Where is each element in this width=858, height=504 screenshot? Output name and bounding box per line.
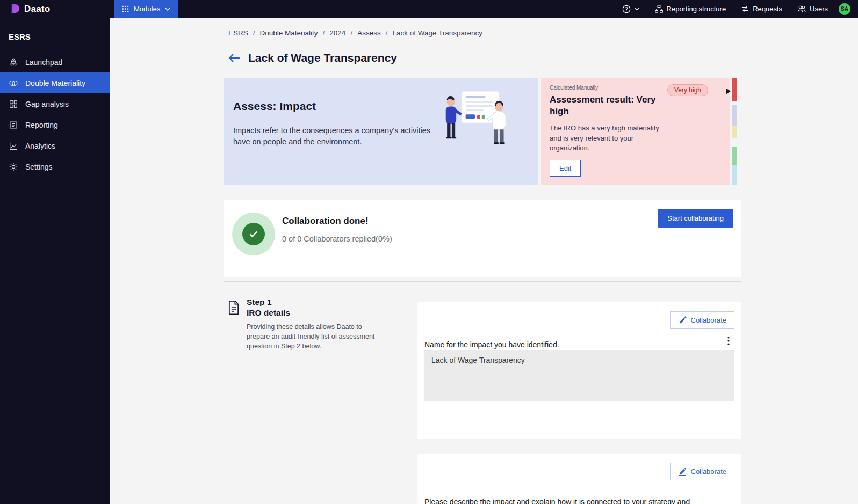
step-number: Step 1	[247, 297, 272, 307]
severity-seg-yellow	[732, 126, 737, 138]
iro-name-card: Collaborate Name for the impact you have…	[417, 302, 741, 439]
step-description: Providing these details allows Daato to …	[247, 322, 382, 351]
collaborate-button[interactable]: Collaborate	[670, 311, 735, 329]
hierarchy-icon	[655, 5, 663, 13]
severity-seg-blue	[732, 165, 737, 185]
collaboration-subtitle: 0 of 0 Collaborators replied(0%)	[282, 235, 392, 243]
main-content: ESRS / Double Materiality / 2024 / Asses…	[110, 18, 858, 504]
topbar-right: Reporting structure Requests Users SA	[615, 0, 858, 18]
sidebar-item-label: Reporting	[25, 121, 58, 129]
document-lines-icon	[227, 300, 240, 315]
breadcrumb: ESRS / Double Materiality / 2024 / Asses…	[228, 29, 482, 37]
sidebar-item-gap-analysis[interactable]: Gap analysis	[0, 93, 110, 114]
breadcrumb-separator: /	[350, 29, 352, 37]
severity-badge: Very high	[667, 84, 708, 96]
sidebar: ESRS Launchpad Double Materiality	[0, 18, 110, 504]
reporting-structure-label: Reporting structure	[667, 5, 726, 13]
sidebar-item-label: Analytics	[25, 142, 55, 150]
success-circle	[232, 213, 275, 255]
exchange-arrows-icon	[741, 5, 749, 13]
pencil-icon	[679, 316, 687, 324]
overflow-menu-button[interactable]	[725, 334, 732, 347]
collaborate-label: Collaborate	[691, 468, 727, 476]
iro-description-label: Please describe the impact and explain h…	[424, 497, 732, 504]
breadcrumb-separator: /	[323, 29, 325, 37]
users-label: Users	[810, 5, 828, 13]
rocket-icon	[9, 57, 18, 67]
breadcrumb-separator: /	[386, 29, 388, 37]
question-circle-icon	[622, 5, 631, 13]
sidebar-item-label: Launchpad	[25, 58, 62, 67]
breadcrumb-assess[interactable]: Assess	[357, 29, 381, 37]
requests-label: Requests	[753, 5, 782, 13]
result-title: Assessment result: Very high	[550, 94, 676, 118]
sidebar-item-analytics[interactable]: Analytics	[0, 135, 110, 156]
sidebar-item-reporting[interactable]: Reporting	[0, 114, 110, 135]
modules-label: Modules	[134, 5, 160, 13]
iro-name-input[interactable]: Lack of Wage Transparency	[424, 350, 734, 401]
collaborate-button[interactable]: Collaborate	[670, 463, 735, 480]
people-documents-illustration	[441, 86, 514, 149]
venn-circles-icon	[9, 78, 18, 88]
sidebar-item-label: Settings	[25, 163, 53, 171]
assess-card-description: Impacts refer to the consequences a comp…	[233, 125, 443, 148]
section-divider	[224, 281, 741, 282]
breadcrumb-2024[interactable]: 2024	[329, 29, 345, 37]
edit-button[interactable]: Edit	[550, 160, 581, 177]
severity-scale-strip	[732, 78, 737, 185]
users-button[interactable]: Users	[790, 0, 835, 18]
requests-button[interactable]: Requests	[733, 0, 790, 18]
sidebar-section-title: ESRS	[0, 18, 110, 52]
reporting-structure-button[interactable]: Reporting structure	[647, 0, 734, 18]
collaboration-card: Collaboration done! 0 of 0 Collaborators…	[224, 200, 741, 277]
breadcrumb-esrs[interactable]: ESRS	[228, 29, 248, 37]
result-description: The IRO has a very high materiality and …	[550, 123, 667, 153]
iro-description-card: Collaborate Please describe the impact a…	[417, 454, 741, 504]
step-title: IRO details	[247, 308, 290, 318]
grid-dots-icon	[122, 5, 129, 12]
severity-seg-red	[732, 78, 737, 101]
daato-logo-icon	[10, 4, 20, 14]
start-collaborating-button[interactable]: Start collaborating	[658, 209, 733, 228]
sidebar-item-double-materiality[interactable]: Double Materiality	[0, 72, 110, 93]
arrow-left-icon	[228, 53, 240, 63]
sidebar-item-settings[interactable]: Settings	[0, 156, 110, 177]
help-menu-button[interactable]	[615, 0, 647, 18]
two-people-icon	[797, 5, 806, 13]
brand-name: Daato	[24, 4, 50, 14]
severity-seg-green	[732, 147, 737, 165]
gear-icon	[9, 162, 18, 172]
severity-seg-purple	[732, 105, 737, 126]
title-row: Lack of Wage Transparency	[228, 52, 397, 64]
sidebar-item-launchpad[interactable]: Launchpad	[0, 52, 110, 72]
pencil-icon	[679, 468, 687, 476]
checkmark-icon	[242, 223, 265, 245]
app-window: Daato Modules	[0, 0, 858, 504]
breadcrumb-current: Lack of Wage Transparency	[392, 29, 482, 37]
avatar[interactable]: SA	[839, 3, 850, 15]
breadcrumb-double-materiality[interactable]: Double Materiality	[260, 29, 318, 37]
document-icon	[9, 120, 18, 130]
expand-panel-button[interactable]	[726, 88, 731, 94]
collaborate-label: Collaborate	[691, 316, 727, 324]
assess-impact-card: Assess: Impact Impacts refer to the cons…	[224, 78, 538, 185]
brand: Daato	[0, 4, 110, 14]
iro-name-label: Name for the impact you have identified.	[424, 340, 559, 349]
grid-icon	[9, 99, 18, 109]
line-chart-icon	[9, 141, 18, 151]
assessment-result-card: Calculated Manually Very high Assessment…	[541, 78, 730, 185]
breadcrumb-separator: /	[253, 29, 255, 37]
sidebar-item-label: Gap analysis	[25, 100, 69, 108]
sidebar-item-label: Double Materiality	[25, 79, 85, 87]
topbar: Daato Modules	[0, 0, 858, 18]
collaboration-title: Collaboration done!	[282, 216, 369, 227]
modules-button[interactable]: Modules	[114, 0, 178, 18]
page-title: Lack of Wage Transparency	[248, 52, 397, 64]
chevron-down-icon	[635, 8, 639, 11]
chevron-down-icon	[165, 8, 170, 11]
back-button[interactable]	[228, 53, 240, 63]
